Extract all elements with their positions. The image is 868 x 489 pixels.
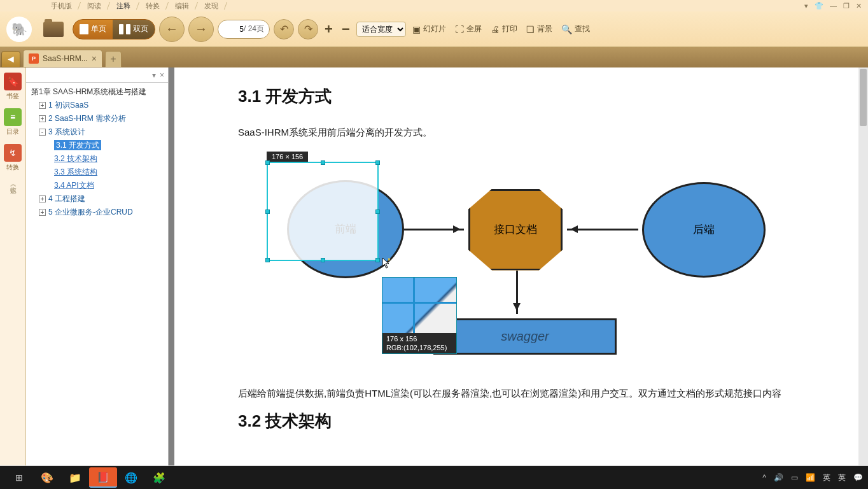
app-logo[interactable]: 🐘 xyxy=(4,14,34,45)
double-page-button[interactable]: 双页 xyxy=(113,20,155,39)
tree-label: 3 系统设计 xyxy=(48,127,85,136)
tray-up-icon[interactable]: ^ xyxy=(762,473,766,482)
task-pdf[interactable]: 📕 xyxy=(89,467,117,488)
menu-read[interactable]: 阅读 xyxy=(80,1,109,11)
rail-convert[interactable]: ↯转换 xyxy=(3,144,23,172)
menu-convert[interactable]: 转换 xyxy=(138,1,167,11)
background-icon: ❏ xyxy=(526,24,535,34)
left-rail: 🔖书签 ≡目录 ↯转换 《收起 xyxy=(0,67,26,465)
print-button[interactable]: 🖨打印 xyxy=(488,24,520,34)
toc-icon: ≡ xyxy=(4,108,22,126)
zoom-in-button[interactable]: + xyxy=(322,21,335,38)
search-icon: 🔍 xyxy=(561,24,572,34)
sidebar-menu-icon[interactable]: ▾ xyxy=(152,71,156,80)
expand-icon[interactable]: + xyxy=(39,209,46,216)
scrollbar-thumb[interactable] xyxy=(860,69,867,126)
main-area: 🔖书签 ≡目录 ↯转换 《收起 ▾× 第1章 SAAS-HRM系统概述与搭建 +… xyxy=(0,67,868,465)
print-icon: 🖨 xyxy=(491,24,500,34)
rotate-left-button[interactable]: ↶ xyxy=(274,19,294,39)
maximize-icon[interactable]: ❐ xyxy=(843,2,850,10)
rail-toc[interactable]: ≡目录 xyxy=(3,108,23,136)
tree-label: 1 初识SaaS xyxy=(48,101,88,110)
menu-annotate[interactable]: 注释 xyxy=(109,1,138,11)
tray-battery-icon[interactable]: ▭ xyxy=(791,473,798,482)
bookmark-icon: 🔖 xyxy=(4,73,22,90)
tree-item[interactable]: +5 企业微服务-企业CRUD xyxy=(26,206,168,219)
node-backend: 后端 xyxy=(642,182,766,278)
rotate-right-button[interactable]: ↷ xyxy=(298,19,318,39)
tree-item[interactable]: +4 工程搭建 xyxy=(26,192,168,206)
zoom-select[interactable]: 适合宽度 xyxy=(356,22,406,37)
tree-label: 2 SaaS-HRM 需求分析 xyxy=(48,114,126,123)
open-file-button[interactable] xyxy=(38,14,69,45)
toolbar: 🐘 单页 双页 ← → / 24页 ↶ ↷ + − 适合宽度 ▣幻灯片 ⛶全屏 … xyxy=(0,11,868,47)
prev-page-button[interactable]: ← xyxy=(159,17,185,42)
close-icon[interactable]: ✕ xyxy=(856,2,862,10)
page-input[interactable] xyxy=(223,25,244,34)
tree-item[interactable]: +1 初识SaaS xyxy=(26,99,168,112)
menu-edit[interactable]: 编辑 xyxy=(167,1,197,11)
pin-icon[interactable]: ▾ xyxy=(804,2,808,10)
tabbar: ◄ P SaaS-HRM... × + xyxy=(0,47,868,67)
tree-label: 5 企业微服务-企业CRUD xyxy=(48,208,133,216)
system-tray: ^ 🔊 ▭ 📶 英 英 💬 xyxy=(762,472,863,483)
shirt-icon[interactable]: 👕 xyxy=(815,2,823,10)
expand-icon[interactable]: + xyxy=(39,115,46,122)
selection-size-label: 176 × 156 xyxy=(267,152,308,162)
tree-item[interactable]: 3.3 系统结构 xyxy=(26,166,168,179)
menu-discover[interactable]: 发现 xyxy=(197,1,226,11)
tray-ime2[interactable]: 英 xyxy=(838,472,846,483)
page-total: / 24页 xyxy=(244,24,264,34)
taskbar: ⊞ 🎨 📁 📕 🌐 🧩 ^ 🔊 ▭ 📶 英 英 💬 xyxy=(0,466,868,489)
next-page-button[interactable]: → xyxy=(188,17,214,42)
rail-bookmarks[interactable]: 🔖书签 xyxy=(3,73,23,101)
sidebar-close-icon[interactable]: × xyxy=(160,71,164,80)
tree-item[interactable]: 3.2 技术架构 xyxy=(26,152,168,166)
zoom-out-button[interactable]: − xyxy=(339,21,353,38)
file-tab[interactable]: P SaaS-HRM... × xyxy=(23,50,102,67)
vertical-scrollbar[interactable] xyxy=(858,67,868,465)
tree-label: 3.4 API文档 xyxy=(54,181,94,190)
tree-root[interactable]: 第1章 SAAS-HRM系统概述与搭建 xyxy=(26,85,168,99)
task-explorer[interactable]: 📁 xyxy=(61,467,89,488)
pdf-icon: P xyxy=(29,53,39,64)
menu-mobile[interactable]: 手机版 xyxy=(43,1,80,11)
arrow xyxy=(567,229,638,230)
tray-ime1[interactable]: 英 xyxy=(823,472,830,483)
task-paint[interactable]: 🎨 xyxy=(33,467,61,488)
slideshow-button[interactable]: ▣幻灯片 xyxy=(410,24,449,34)
single-page-button[interactable]: 单页 xyxy=(73,20,113,39)
expand-icon[interactable]: + xyxy=(39,102,46,109)
tree-item[interactable]: 3.4 API文档 xyxy=(26,179,168,192)
minimize-icon[interactable]: — xyxy=(830,2,837,10)
document-view[interactable]: 3.1 开发方式 SaaS-IHRM系统采用前后端分离的开发方式。 前端 接口文… xyxy=(169,67,868,465)
page-content: 3.1 开发方式 SaaS-IHRM系统采用前后端分离的开发方式。 前端 接口文… xyxy=(174,67,862,465)
tree-item[interactable]: 3.1 开发方式 xyxy=(26,139,168,152)
task-chrome[interactable]: 🌐 xyxy=(117,467,145,488)
toc-tree: 第1章 SAAS-HRM系统概述与搭建 +1 初识SaaS+2 SaaS-HRM… xyxy=(26,83,168,222)
node-api-doc: 接口文档 xyxy=(468,189,563,271)
expand-icon[interactable]: + xyxy=(39,195,46,202)
fullscreen-button[interactable]: ⛶全屏 xyxy=(452,24,484,34)
tray-volume-icon[interactable]: 🔊 xyxy=(774,473,783,482)
tray-notifications-icon[interactable]: 💬 xyxy=(853,473,863,482)
heading-3-2: 3.2 技术架构 xyxy=(238,410,799,432)
add-tab-button[interactable]: + xyxy=(105,51,122,67)
expand-icon[interactable]: - xyxy=(39,129,46,136)
magnifier-info: 176 x 156 RGB:(102,178,255) xyxy=(382,333,456,354)
diagram: 前端 接口文档 后端 swagger 176 × 156 xyxy=(238,150,799,379)
convert-icon: ↯ xyxy=(4,144,22,162)
tab-back-button[interactable]: ◄ xyxy=(1,51,20,67)
background-button[interactable]: ❏背景 xyxy=(524,24,555,34)
tree-item[interactable]: +2 SaaS-HRM 需求分析 xyxy=(26,112,168,125)
page-mode-group: 单页 双页 xyxy=(73,19,155,39)
tray-wifi-icon[interactable]: 📶 xyxy=(806,473,815,482)
heading-3-1: 3.1 开发方式 xyxy=(238,85,799,108)
selection-box[interactable] xyxy=(267,162,379,261)
tree-label: 3.3 系统结构 xyxy=(54,167,97,176)
tab-close-icon[interactable]: × xyxy=(92,53,97,64)
task-app[interactable]: 🧩 xyxy=(145,467,173,488)
search-button[interactable]: 🔍查找 xyxy=(559,24,592,34)
tree-item[interactable]: -3 系统设计 xyxy=(26,125,168,139)
start-button[interactable]: ⊞ xyxy=(5,467,33,488)
